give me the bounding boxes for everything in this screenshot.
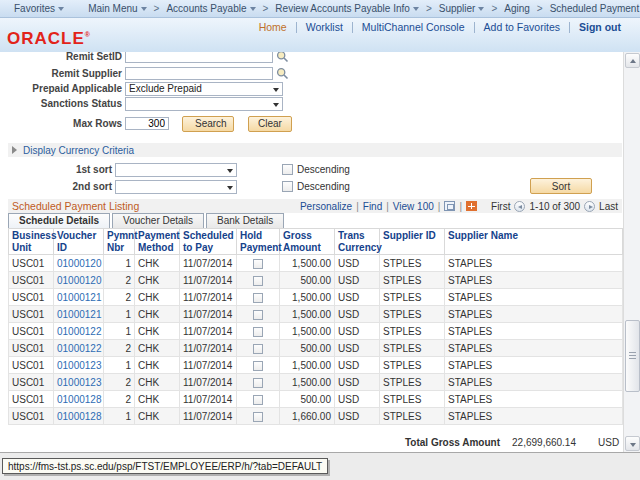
lookup-icon[interactable] <box>276 52 289 63</box>
scrollbar-thumb[interactable] <box>625 320 640 392</box>
nav-link-worklist[interactable]: Worklist <box>297 21 352 33</box>
business-unit-cell: USC01 <box>9 374 54 391</box>
first-link[interactable]: First <box>491 201 510 212</box>
last-link[interactable]: Last <box>599 201 618 212</box>
supplier-name-cell: STAPLES <box>445 391 623 408</box>
voucher-id-link[interactable]: 01000123 <box>57 377 102 388</box>
breadcrumb-item-aging[interactable]: Aging <box>498 3 536 14</box>
descending1-checkbox[interactable] <box>282 164 293 175</box>
pymnt-nbr-cell: 2 <box>104 391 135 408</box>
remit-setid-input[interactable] <box>125 52 273 63</box>
breadcrumb-item-label: Accounts Payable <box>166 3 246 14</box>
payment-method-cell: CHK <box>135 255 180 272</box>
supplier-id-cell: STPLES <box>380 255 445 272</box>
hold-payment-checkbox[interactable] <box>253 412 263 422</box>
popup-window-icon[interactable] <box>444 201 455 211</box>
hold-payment-checkbox[interactable] <box>253 378 263 388</box>
scroll-down-icon[interactable] <box>625 436 640 451</box>
supplier-name-cell: STAPLES <box>445 357 623 374</box>
hold-payment-cell <box>237 408 280 425</box>
pymnt-nbr-cell: 1 <box>104 408 135 425</box>
descending2-checkbox[interactable] <box>282 181 293 192</box>
voucher-id-cell: 01000122 <box>54 340 104 357</box>
breadcrumb-separator: > <box>537 3 543 14</box>
voucher-id-link[interactable]: 01000121 <box>57 309 102 320</box>
supplier-name-cell: STAPLES <box>445 272 623 289</box>
supplier-name-cell: STAPLES <box>445 408 623 425</box>
peoplesoft-window: Favorites Main Menu>Accounts Payable>Rev… <box>0 0 640 480</box>
breadcrumb: Favorites Main Menu>Accounts Payable>Rev… <box>0 0 640 18</box>
pagination: First 1-10 of 300 Last <box>491 201 618 212</box>
business-unit-cell: USC01 <box>9 323 54 340</box>
listing-tabs: Schedule DetailsVoucher DetailsBank Deta… <box>8 213 284 228</box>
voucher-id-link[interactable]: 01000128 <box>57 394 102 405</box>
chevron-down-icon <box>227 186 233 190</box>
header-nav: HomeWorklistMultiChannel ConsoleAdd to F… <box>250 21 630 33</box>
toolbar-link-find[interactable]: Find <box>363 201 382 212</box>
clear-button[interactable]: Clear <box>248 116 292 132</box>
hold-payment-checkbox[interactable] <box>253 344 263 354</box>
remit-setid-label: Remit SetID <box>0 52 125 62</box>
supplier-id-cell: STPLES <box>380 323 445 340</box>
sanctions-status-select[interactable] <box>125 97 283 111</box>
voucher-id-link[interactable]: 01000122 <box>57 343 102 354</box>
voucher-id-link[interactable]: 01000122 <box>57 326 102 337</box>
hold-payment-checkbox[interactable] <box>253 327 263 337</box>
chevron-down-icon <box>273 88 279 92</box>
payment-method-cell: CHK <box>135 340 180 357</box>
sort-button[interactable]: Sort <box>530 178 592 194</box>
lookup-icon[interactable] <box>276 67 289 80</box>
total-row: Total Gross Amount 22,699,660.14 USD <box>8 437 622 448</box>
search-button[interactable]: Search <box>182 116 234 132</box>
voucher-id-link[interactable]: 01000123 <box>57 360 102 371</box>
voucher-id-cell: 01000120 <box>54 255 104 272</box>
breadcrumb-item-supplier[interactable]: Supplier <box>433 3 491 14</box>
remit-supplier-input[interactable] <box>125 67 273 80</box>
supplier-id-cell: STPLES <box>380 374 445 391</box>
favorites-menu[interactable]: Favorites <box>8 3 70 14</box>
toolbar-separator: | <box>386 201 389 212</box>
hold-payment-checkbox[interactable] <box>253 395 263 405</box>
hold-payment-checkbox[interactable] <box>253 259 263 269</box>
total-currency: USD <box>598 437 619 448</box>
voucher-id-link[interactable]: 01000120 <box>57 258 102 269</box>
voucher-id-link[interactable]: 01000128 <box>57 411 102 422</box>
second-sort-select[interactable] <box>115 180 237 194</box>
next-page-icon[interactable] <box>584 201 595 212</box>
hold-payment-checkbox[interactable] <box>253 276 263 286</box>
hold-payment-checkbox[interactable] <box>253 361 263 371</box>
breadcrumb-item-main-menu[interactable]: Main Menu <box>82 3 152 14</box>
scheduled-to-pay-cell: 11/07/2014 <box>180 272 237 289</box>
prepaid-applicable-select[interactable]: Exclude Prepaid <box>125 82 283 96</box>
payment-method-cell: CHK <box>135 306 180 323</box>
tab-voucher-details[interactable]: Voucher Details <box>112 213 204 228</box>
max-rows-input[interactable] <box>125 117 169 130</box>
nav-link-add-to-favorites[interactable]: Add to Favorites <box>475 21 569 33</box>
hold-payment-checkbox[interactable] <box>253 310 263 320</box>
chevron-down-icon <box>141 7 147 11</box>
table-row: USC01010001232CHK11/07/20141,500.00USDST… <box>9 374 623 391</box>
chevron-down-icon <box>250 7 256 11</box>
pymnt-nbr-cell: 2 <box>104 340 135 357</box>
display-currency-criteria-section[interactable]: Display Currency Criteria <box>8 143 622 157</box>
previous-page-icon[interactable] <box>514 201 525 212</box>
voucher-id-link[interactable]: 01000121 <box>57 292 102 303</box>
nav-link-home[interactable]: Home <box>250 21 296 33</box>
download-grid-icon[interactable] <box>466 201 477 211</box>
toolbar-link-personalize[interactable]: Personalize <box>300 201 352 212</box>
nav-link-sign-out[interactable]: Sign out <box>570 21 630 33</box>
toolbar-link-view-100[interactable]: View 100 <box>393 201 434 212</box>
breadcrumb-item-scheduled-payment[interactable]: Scheduled Payment <box>544 3 640 14</box>
favorites-label: Favorites <box>14 3 55 14</box>
hold-payment-cell <box>237 374 280 391</box>
nav-link-multichannel-console[interactable]: MultiChannel Console <box>353 21 474 33</box>
vertical-scrollbar[interactable] <box>623 52 640 452</box>
scroll-up-icon[interactable] <box>625 53 640 68</box>
hold-payment-checkbox[interactable] <box>253 293 263 303</box>
breadcrumb-item-accounts-payable[interactable]: Accounts Payable <box>160 3 261 14</box>
tab-schedule-details[interactable]: Schedule Details <box>8 213 110 228</box>
breadcrumb-item-review-accounts-payable-info[interactable]: Review Accounts Payable Info <box>269 3 425 14</box>
tab-bank-details[interactable]: Bank Details <box>206 213 284 228</box>
first-sort-select[interactable] <box>115 163 237 177</box>
voucher-id-link[interactable]: 01000120 <box>57 275 102 286</box>
